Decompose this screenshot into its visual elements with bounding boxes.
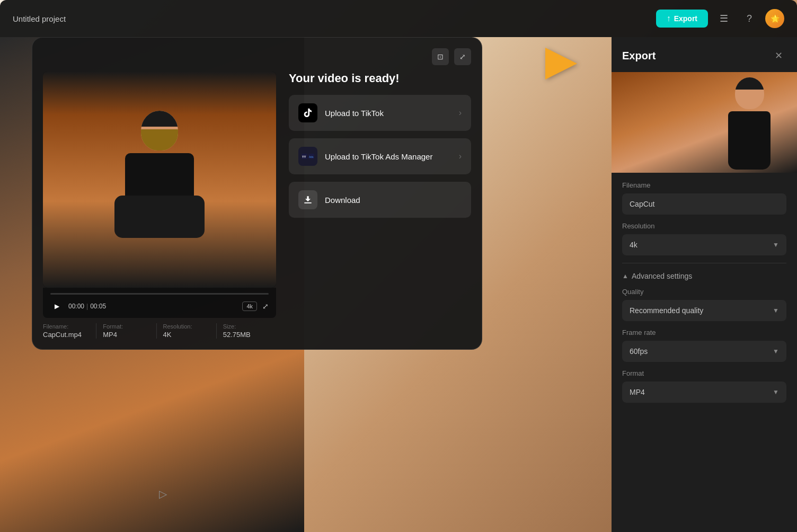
tiktok-ads-icon: TT Ads [298, 147, 317, 166]
resolution-select[interactable]: 4k 1080p 720p [622, 234, 786, 255]
total-time: 00:05 [90, 303, 106, 310]
video-preview [43, 72, 276, 288]
video-preview-inner [43, 72, 276, 288]
size-label: Size: [223, 323, 270, 330]
resolution-field-label: Resolution [622, 222, 786, 230]
fullscreen-button[interactable]: ⤢ [454, 48, 471, 65]
advanced-settings-label: Advanced settings [632, 272, 692, 280]
export-figure [718, 77, 781, 173]
modal-toolbar: ⊡ ⤢ [43, 48, 471, 65]
export-sidebar: Export ✕ Filename Resolution 4k 1080p 72… [612, 37, 797, 532]
export-preview-image [612, 72, 797, 173]
export-figure-cap [735, 77, 764, 90]
framerate-field-label: Frame rate [622, 329, 786, 336]
format-label: Format: [103, 323, 149, 330]
video-player: ▶ 00:00 | 00:05 4k ⤢ Filename: CapCut.mp… [43, 72, 276, 339]
share-button[interactable]: ⊡ [432, 48, 449, 65]
framerate-select[interactable]: 60fps 30fps 24fps [622, 341, 786, 362]
svg-text:Ads: Ads [309, 155, 314, 158]
figure-cap [141, 111, 178, 127]
upload-tiktok-button[interactable]: Upload to TikTok › [289, 95, 471, 131]
quality-select-wrapper: Recommended quality High quality Standar… [622, 300, 786, 321]
avatar[interactable]: 🌟 [765, 9, 784, 28]
export-body: Filename Resolution 4k 1080p 720p ▼ ▲ Ad… [612, 173, 797, 419]
format-select[interactable]: MP4 MOV AVI [622, 382, 786, 403]
download-label: Download [325, 196, 360, 205]
svg-text:TT: TT [302, 155, 306, 158]
download-button[interactable]: Download [289, 182, 471, 218]
upload-tiktok-label: Upload to TikTok [325, 109, 384, 118]
quality-field-label: Quality [622, 288, 786, 296]
filename-field-label: Filename [622, 181, 786, 189]
filename-label: Filename: [43, 323, 90, 330]
time-display: 00:00 | 00:05 [68, 303, 106, 310]
topbar-left: Untitled project [13, 14, 66, 23]
export-figure-head [735, 77, 764, 109]
time-separator: | [86, 303, 88, 310]
upload-icon: ↑ [667, 14, 671, 23]
format-field-label: Format [622, 369, 786, 377]
file-info-filename: Filename: CapCut.mp4 [43, 323, 96, 339]
download-icon [298, 190, 317, 209]
advanced-settings-toggle[interactable]: ▲ Advanced settings [622, 272, 786, 280]
export-preview [612, 72, 797, 173]
export-button-label: Export [674, 14, 697, 23]
export-panel-title: Export [622, 50, 656, 62]
progress-bar[interactable] [50, 293, 269, 295]
topbar: Untitled project ↑ Export ☰ ? 🌟 [0, 0, 797, 37]
upload-tiktok-ads-button[interactable]: TT Ads Upload to TikTok Ads Manager › [289, 138, 471, 174]
fullscreen-btn[interactable]: ⤢ [262, 302, 269, 311]
resolution-value: 4K [163, 331, 210, 339]
figure-head [141, 111, 178, 150]
file-info-resolution: Resolution: 4K [157, 323, 217, 339]
video-controls: ▶ 00:00 | 00:05 4k ⤢ [43, 288, 276, 318]
file-info-format: Format: MP4 [96, 323, 156, 339]
quality-badge: 4k [242, 302, 257, 311]
tiktok-icon [298, 103, 317, 122]
file-info: Filename: CapCut.mp4 Format: MP4 Resolut… [43, 318, 276, 339]
figure-fur [114, 196, 205, 238]
play-button[interactable]: ▶ [50, 300, 63, 313]
export-header: Export ✕ [612, 37, 797, 72]
controls-row: ▶ 00:00 | 00:05 4k ⤢ [50, 300, 269, 313]
resolution-label: Resolution: [163, 323, 210, 330]
bottom-play-button[interactable]: ▷ [159, 487, 167, 500]
current-time: 00:00 [68, 303, 84, 310]
video-ready-title: Your video is ready! [289, 72, 471, 85]
modal-right: Your video is ready! Upload to TikTok › … [289, 72, 471, 339]
filename-input[interactable] [622, 193, 786, 215]
export-figure-body [728, 111, 771, 170]
divider [622, 263, 786, 263]
filename-value: CapCut.mp4 [43, 331, 90, 339]
size-value: 52.75MB [223, 331, 270, 339]
framerate-select-wrapper: 60fps 30fps 24fps ▼ [622, 341, 786, 362]
arrow-icon-2: › [459, 152, 462, 161]
close-button[interactable]: ✕ [771, 48, 786, 64]
menu-icon[interactable]: ☰ [714, 9, 733, 28]
modal-content: ▶ 00:00 | 00:05 4k ⤢ Filename: CapCut.mp… [43, 72, 471, 339]
project-title: Untitled project [13, 14, 66, 23]
resolution-select-wrapper: 4k 1080p 720p ▼ [622, 234, 786, 255]
video-figure [107, 111, 212, 249]
advanced-chevron-icon: ▲ [622, 272, 628, 280]
format-value: MP4 [103, 331, 149, 339]
export-button[interactable]: ↑ Export [656, 10, 708, 28]
figure-body [125, 153, 194, 238]
upload-tiktok-ads-label: Upload to TikTok Ads Manager [325, 152, 432, 161]
arrow-icon: › [459, 108, 462, 118]
file-info-size: Size: 52.75MB [217, 323, 276, 339]
figure-hair [141, 129, 178, 150]
format-select-wrapper: MP4 MOV AVI ▼ [622, 382, 786, 403]
quality-select[interactable]: Recommended quality High quality Standar… [622, 300, 786, 321]
video-ready-modal: ⊡ ⤢ [32, 37, 482, 350]
help-icon[interactable]: ? [740, 9, 759, 28]
topbar-right: ↑ Export ☰ ? 🌟 [656, 9, 784, 28]
